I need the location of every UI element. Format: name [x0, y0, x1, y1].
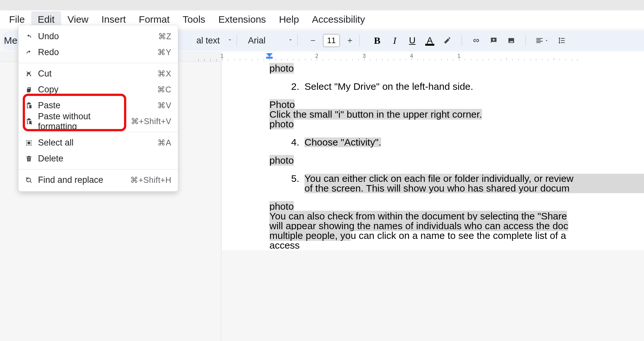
list-num: 2. [280, 82, 299, 91]
edit-select-all-shortcut: ⌘A [157, 138, 171, 147]
highlight-color-button[interactable] [440, 33, 454, 48]
toolbar-separator [237, 35, 237, 46]
edit-select-all-label: Select all [38, 138, 157, 148]
menu-separator [19, 132, 178, 132]
copy-icon [25, 86, 33, 94]
edit-cut-label: Cut [38, 69, 157, 79]
font-size-group [307, 34, 355, 47]
edit-cut[interactable]: Cut ⌘X [19, 66, 178, 82]
add-comment-button[interactable] [487, 33, 501, 48]
edit-copy[interactable]: Copy ⌘C [19, 82, 178, 98]
edit-find-replace[interactable]: Find and replace ⌘+Shift+H [19, 172, 178, 188]
edit-delete[interactable]: Delete [19, 151, 178, 167]
select-all-icon [25, 139, 33, 147]
link-icon [472, 36, 480, 45]
edit-find-replace-label: Find and replace [38, 175, 130, 185]
caret-down-icon [227, 37, 233, 44]
edit-select-all[interactable]: Select all ⌘A [19, 135, 178, 151]
edit-delete-label: Delete [38, 154, 171, 164]
doc-text-line: You can either click on each file or fol… [304, 174, 644, 183]
paste-icon [25, 102, 33, 110]
menu-help[interactable]: Help [272, 11, 305, 28]
find-replace-icon [25, 176, 33, 184]
edit-cut-shortcut: ⌘X [157, 69, 171, 78]
edit-paste-without-formatting[interactable]: Paste without formatting ⌘+Shift+V [19, 113, 178, 129]
paragraph-style-dropdown[interactable]: al text [196, 36, 233, 46]
edit-menu-dropdown: Undo ⌘Z Redo ⌘Y Cut ⌘X Copy ⌘C Paste ⌘V … [18, 25, 178, 192]
caret-down-icon [544, 38, 549, 43]
paragraph-style-label: al text [196, 36, 220, 46]
caret-down-icon [288, 37, 293, 44]
list-text: You can either click on each file or fol… [304, 174, 644, 193]
page-left-edge [221, 60, 221, 341]
toolbar-separator [462, 35, 462, 46]
edit-redo-label: Redo [38, 47, 157, 57]
doc-text: photo [222, 156, 644, 165]
doc-list: 5. You can either click on each file or … [222, 174, 644, 193]
browser-chrome [0, 0, 644, 10]
bold-button[interactable]: B [370, 33, 384, 48]
edit-paste-wf-label: Paste without formatting [38, 112, 131, 132]
list-num: 5. [280, 174, 299, 193]
edit-undo[interactable]: Undo ⌘Z [19, 29, 178, 44]
edit-redo[interactable]: Redo ⌘Y [19, 44, 178, 60]
doc-text: photo [222, 202, 644, 211]
menu-separator [19, 63, 178, 63]
font-size-increase-button[interactable] [344, 35, 355, 46]
toolbar-separator [297, 35, 298, 46]
edit-undo-label: Undo [38, 31, 158, 41]
undo-icon [25, 33, 33, 41]
font-family-label: Arial [248, 36, 266, 46]
italic-button[interactable]: I [388, 33, 402, 48]
list-item: 5. You can either click on each file or … [222, 174, 644, 193]
menu-tools[interactable]: Tools [176, 11, 212, 28]
font-size-input[interactable] [323, 34, 340, 47]
list-text: Choose "Activity". [304, 137, 381, 147]
italic-icon: I [393, 35, 396, 46]
highlighter-icon [443, 36, 452, 45]
doc-text: multiple people, you can click on a name… [222, 231, 644, 241]
menu-separator [19, 169, 178, 170]
font-size-decrease-button[interactable] [307, 35, 318, 46]
format-button-group: B I U A [370, 33, 569, 48]
insert-link-button[interactable] [469, 33, 483, 48]
document-page[interactable]: photo 2. Select "My Drive" on the left-h… [222, 60, 644, 250]
doc-text: access [222, 241, 644, 250]
underline-button[interactable]: U [405, 33, 419, 48]
doc-text: Click the small "i" button in the upper … [222, 110, 644, 119]
list-num: 4. [280, 137, 299, 147]
ruler-inner: 1 2 3 4 1 [222, 52, 644, 61]
align-icon [535, 36, 544, 45]
font-family-dropdown[interactable]: Arial [248, 36, 293, 46]
insert-image-button[interactable] [504, 33, 518, 48]
edit-copy-shortcut: ⌘C [157, 85, 171, 94]
text-color-button[interactable]: A [423, 33, 437, 48]
underline-icon: U [409, 35, 415, 46]
align-dropdown[interactable] [533, 33, 551, 48]
trash-icon [25, 155, 33, 163]
doc-text: Photo [222, 100, 644, 110]
doc-text: photo [222, 119, 644, 129]
text-color-swatch [425, 44, 434, 46]
edit-copy-label: Copy [38, 85, 157, 95]
cut-icon [25, 70, 33, 78]
line-spacing-button[interactable] [554, 33, 569, 48]
toolbar-separator [526, 35, 526, 46]
doc-text: photo [222, 64, 644, 73]
toolbar-separator [359, 35, 360, 46]
redo-icon [25, 49, 33, 56]
comment-plus-icon [489, 36, 498, 45]
doc-text: will appear showing the names of individ… [222, 221, 644, 231]
edit-paste-wf-shortcut: ⌘+Shift+V [131, 117, 171, 126]
menu-accessibility[interactable]: Accessibility [305, 11, 371, 28]
list-text: Select "My Drive" on the left-hand side. [304, 82, 473, 91]
edit-paste-shortcut: ⌘V [157, 101, 171, 110]
menu-extensions[interactable]: Extensions [212, 11, 273, 28]
edit-redo-shortcut: ⌘Y [157, 48, 171, 57]
doc-list: 4. Choose "Activity". [222, 137, 644, 147]
edit-paste-label: Paste [38, 100, 157, 111]
list-item: 2. Select "My Drive" on the left-hand si… [222, 82, 644, 91]
edit-undo-shortcut: ⌘Z [158, 32, 171, 41]
doc-list: 2. Select "My Drive" on the left-hand si… [222, 82, 644, 91]
edit-find-replace-shortcut: ⌘+Shift+H [130, 175, 171, 185]
